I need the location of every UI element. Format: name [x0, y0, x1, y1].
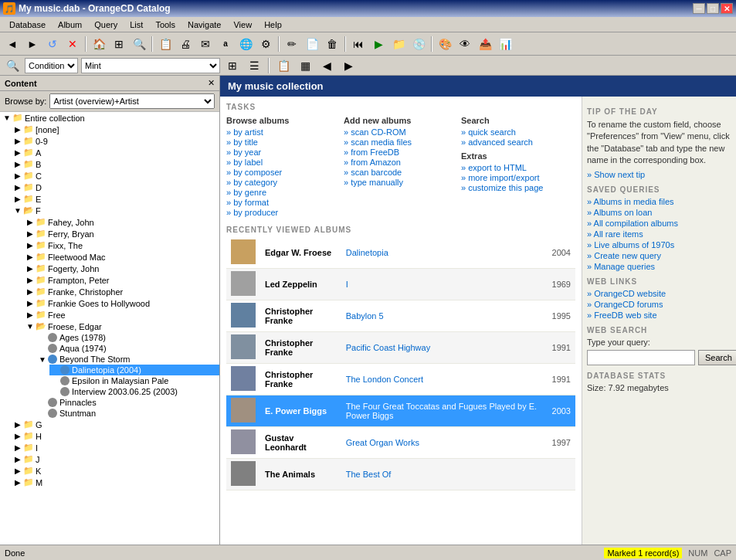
stats-button[interactable]: 📊 — [496, 36, 514, 53]
tree-item-d[interactable]: ▶ 📁 D — [12, 182, 219, 193]
tree-item-b[interactable]: ▶ 📁 B — [12, 158, 219, 170]
edit-button[interactable]: ✏ — [283, 36, 301, 53]
menu-list[interactable]: List — [124, 19, 149, 31]
color-button[interactable]: 🎨 — [436, 36, 454, 53]
album-row[interactable]: Edgar W. Froese Dalinetopia 2004 — [226, 237, 575, 269]
close-button[interactable]: ✕ — [721, 3, 733, 14]
freedb-website[interactable]: FreeDB web site — [587, 311, 731, 320]
folder2-button[interactable]: 📁 — [389, 36, 408, 53]
browse-by-select[interactable]: Artist (overview)+Artist — [49, 93, 215, 109]
tree-item-none[interactable]: ▶ 📁 [none] — [12, 124, 219, 135]
tree-item-k[interactable]: ▶ 📁 K — [12, 465, 219, 477]
browse-category[interactable]: by category — [226, 178, 341, 187]
zoom-button[interactable]: 🔍 — [130, 36, 148, 53]
list-view-btn[interactable]: ☰ — [245, 57, 263, 74]
condition-select[interactable]: Condition — [25, 58, 78, 73]
amazon-button[interactable]: a — [216, 36, 235, 53]
browse-genre[interactable]: by genre — [226, 188, 341, 197]
tree-item-frankiegoes[interactable]: ▶ 📁 Frankie Goes to Hollywood — [25, 297, 219, 309]
type-manually[interactable]: type manually — [344, 178, 458, 187]
detail-view-btn[interactable]: 📋 — [274, 57, 293, 74]
menu-album[interactable]: Album — [52, 19, 88, 31]
delete-button[interactable]: 🗑 — [323, 36, 341, 53]
album-row[interactable]: Gustav Leonhardt Great Organ Works 1997 — [226, 427, 575, 459]
tree-item-pinnacles[interactable]: Pinnacles — [37, 397, 219, 408]
saved-query-3[interactable]: All compilation albums — [587, 219, 731, 228]
media-button[interactable]: ⏮ — [349, 36, 368, 53]
export-button[interactable]: 📤 — [476, 36, 494, 53]
browse-producer[interactable]: by producer — [226, 208, 341, 217]
manage-queries[interactable]: Manage queries — [587, 262, 731, 271]
tree-item-free[interactable]: ▶ 📁 Free — [25, 309, 219, 321]
saved-query-1[interactable]: Albums in media files — [587, 197, 731, 206]
tree-item-a[interactable]: ▶ 📁 A — [12, 147, 219, 158]
more-import-export[interactable]: more import/export — [461, 173, 575, 182]
new-button[interactable]: 📄 — [303, 36, 321, 53]
print-button[interactable]: 🖨 — [176, 36, 195, 53]
orangecd-forums[interactable]: OrangeCD forums — [587, 300, 731, 309]
menu-query[interactable]: Query — [88, 19, 124, 31]
browse-label[interactable]: by label — [226, 158, 341, 167]
tree-item-j[interactable]: ▶ 📁 J — [12, 453, 219, 465]
album-title[interactable]: I — [341, 269, 548, 300]
tree-item-fogerty[interactable]: ▶ 📁 Fogerty, John — [25, 263, 219, 274]
scan-media[interactable]: scan media files — [344, 137, 458, 147]
close-panel-btn[interactable]: ✕ — [208, 78, 215, 88]
album-row[interactable]: Christopher Franke Babylon 5 1995 — [226, 300, 575, 332]
menu-help[interactable]: Help — [258, 19, 288, 31]
customize-page[interactable]: customize this page — [461, 183, 575, 192]
show-next-tip[interactable]: Show next tip — [587, 170, 731, 179]
tree-item-ages[interactable]: Ages (1978) — [37, 332, 219, 343]
tree-item-f[interactable]: ▼ 📂 F — [12, 205, 219, 216]
search-button[interactable]: Search — [698, 350, 736, 365]
tree-item-c[interactable]: ▶ 📁 C — [12, 170, 219, 182]
album-row[interactable]: E. Power Biggs The Four Great Toccatas a… — [226, 395, 575, 427]
cd-button[interactable]: 💿 — [409, 36, 428, 53]
copy-button[interactable]: 📋 — [156, 36, 175, 53]
settings-button[interactable]: ⚙ — [256, 36, 275, 53]
saved-query-4[interactable]: All rare items — [587, 229, 731, 239]
create-new-query[interactable]: Create new query — [587, 251, 731, 260]
tree-item-e[interactable]: ▶ 📁 E — [12, 193, 219, 205]
album-title[interactable]: Dalinetopia — [341, 237, 548, 269]
tree-item-m[interactable]: ▶ 📁 M — [12, 477, 219, 488]
tree-item-stuntman[interactable]: Stuntman — [37, 408, 219, 419]
album-title[interactable]: Great Organ Works — [341, 427, 548, 459]
album-title[interactable]: The London Concert — [341, 364, 548, 395]
refresh-button[interactable]: ↺ — [43, 36, 62, 53]
tree-item-g[interactable]: ▶ 📁 G — [12, 419, 219, 430]
album-title[interactable]: The Four Great Toccatas and Fugues Playe… — [341, 395, 548, 427]
grid-view-btn[interactable]: ⊞ — [223, 57, 242, 74]
album-title[interactable]: Pacific Coast Highway — [341, 332, 548, 364]
album-row[interactable]: Led Zeppelin I 1969 — [226, 269, 575, 300]
from-freedb[interactable]: from FreeDB — [344, 148, 458, 157]
orangecd-website[interactable]: OrangeCD website — [587, 289, 731, 298]
browse-title-link[interactable]: by title — [226, 137, 341, 147]
scan-cdrom[interactable]: scan CD-ROM — [344, 127, 458, 137]
advanced-search[interactable]: advanced search — [461, 137, 575, 147]
saved-query-2[interactable]: Albums on loan — [587, 208, 731, 217]
tree-item-i[interactable]: ▶ 📁 I — [12, 442, 219, 453]
col-view-btn[interactable]: ▦ — [296, 57, 314, 74]
browse-year[interactable]: by year — [226, 148, 341, 157]
web-button[interactable]: 🌐 — [236, 36, 255, 53]
tree-item-interview[interactable]: Interview 2003.06.25 (2003) — [49, 386, 219, 397]
menu-view[interactable]: View — [227, 19, 258, 31]
play-button[interactable]: ▶ — [369, 36, 388, 53]
album-row[interactable]: Christopher Franke The London Concert 19… — [226, 364, 575, 395]
web-search-input[interactable] — [587, 350, 695, 365]
tree-item-aqua[interactable]: Aqua (1974) — [37, 343, 219, 354]
saved-query-5[interactable]: Live albums of 1970s — [587, 240, 731, 249]
tree-item-fahey[interactable]: ▶ 📁 Fahey, John — [25, 216, 219, 228]
apps-button[interactable]: ⊞ — [110, 36, 128, 53]
view-button[interactable]: 👁 — [456, 36, 474, 53]
export-html[interactable]: export to HTML — [461, 163, 575, 172]
tree-item-h[interactable]: ▶ 📁 H — [12, 430, 219, 442]
minimize-button[interactable]: ─ — [693, 3, 705, 14]
menu-navigate[interactable]: Navigate — [181, 19, 227, 31]
nav-next-btn[interactable]: ▶ — [339, 57, 358, 74]
tree-item-frampton[interactable]: ▶ 📁 Frampton, Peter — [25, 274, 219, 286]
scan-barcode[interactable]: scan barcode — [344, 168, 458, 177]
browse-artist[interactable]: by artist — [226, 127, 341, 137]
tree-item-beyond[interactable]: ▼ Beyond The Storm — [37, 354, 219, 365]
